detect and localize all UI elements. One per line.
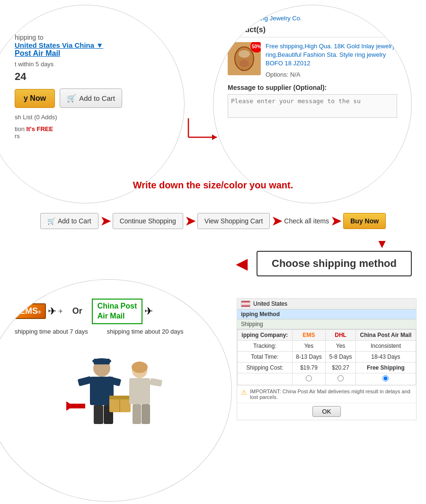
china-tracking: Inconsistent (355, 341, 416, 352)
ems-logo-text: EMS (19, 306, 38, 316)
dhl-radio[interactable] (337, 375, 344, 381)
check-items-label: Check all items (284, 217, 329, 225)
dhl-time: 5-8 Days (326, 352, 356, 363)
shipping-method-section-label: ipping Method (237, 309, 416, 319)
cost-label: Shipping Cost: (238, 363, 293, 373)
time-label: Total Time: (238, 352, 293, 363)
right-info-circle: ner: ZhuoYang Jewelry Co. Product(s) 50%… (213, 5, 412, 203)
tracking-row: Tracking: Yes Yes Inconsistent (238, 341, 416, 352)
add-to-cart-button[interactable]: 🛒 Add to Cart (60, 88, 122, 108)
china-post-col-header: China Post Air Mail (355, 330, 416, 341)
ok-button[interactable]: OK (312, 406, 341, 417)
ems-col-header: EMS (292, 330, 326, 341)
delivery-days-label: t within 5 days (15, 61, 170, 68)
plane-icon-2: ✈ (144, 305, 153, 318)
svg-rect-14 (94, 359, 110, 364)
connector-arrow (184, 114, 222, 142)
svg-rect-19 (129, 378, 150, 404)
continue-shopping-button[interactable]: Continue Shopping (113, 213, 183, 229)
write-down-text: Write down the size/color you want. (133, 180, 293, 190)
step-row: 🛒 Add to Cart ➤ Continue Shopping ➤ View… (0, 208, 426, 234)
bottom-info-circle: EMS® ✈ ✈ Or China Post Air Mail ✈ shippi… (0, 279, 232, 502)
write-down-section: Write down the size/color you want. (0, 180, 426, 191)
buy-now-button[interactable]: y Now (15, 89, 55, 108)
dhl-tracking: Yes (326, 341, 356, 352)
shipping-prefix: hipping to (15, 34, 44, 41)
left-info-circle: hipping to United States Via China ▼ Pos… (0, 5, 185, 203)
company-col-header: ipping Company: (238, 330, 293, 341)
cost-row: Shipping Cost: $19.79 $20.27 Free Shippi… (238, 363, 416, 373)
china-cost: Free Shipping (355, 363, 416, 373)
ems-shipping-time: shipping time about 7 days (15, 328, 88, 335)
cart-step-icon: 🛒 (47, 217, 55, 225)
years-label: rs (15, 133, 170, 140)
shipping-method-box: Choose shipping method (257, 251, 412, 276)
shipping-method-section: ◀ Choose shipping method (0, 251, 426, 276)
view-cart-button[interactable]: View Shopping Cart (197, 213, 270, 229)
radio-row (238, 373, 416, 385)
wish-list-label: sh List (0 Adds) (15, 114, 170, 121)
step-arrow-1: ➤ (100, 214, 111, 229)
important-note: ⚠ IMPORTANT: China Post Air Mail deliver… (237, 385, 416, 403)
svg-rect-21 (133, 404, 141, 424)
message-label: Message to supplier (Optional): (228, 84, 397, 91)
china-post-radio[interactable] (382, 375, 389, 381)
step-arrow-2: ➤ (185, 214, 195, 229)
ems-cost: $19.79 (292, 363, 326, 373)
china-time: 18-43 Days (355, 352, 416, 363)
or-label: Or (72, 306, 82, 316)
product-thumbnail: 50% (228, 42, 261, 75)
svg-point-2 (239, 50, 250, 58)
shipping-table: United States ipping Method Shipping ipp… (237, 298, 417, 420)
svg-rect-11 (94, 405, 103, 424)
ok-btn-row: OK (237, 403, 416, 420)
dropdown-icon: ▼ (96, 41, 103, 49)
ems-logo-reg: ® (38, 310, 41, 315)
vertical-arrow-section: ▼ (376, 237, 388, 251)
svg-point-3 (240, 60, 249, 67)
add-to-cart-step-button[interactable]: 🛒 Add to Cart (40, 213, 98, 229)
svg-rect-9 (78, 376, 92, 386)
shipping-to-label: hipping to United States Via China ▼ Pos… (15, 34, 170, 58)
delivery-illustration (64, 345, 168, 439)
dhl-cost: $20.27 (326, 363, 356, 373)
product-title[interactable]: Free shipping,High Qua. 18K Gold Inlay j… (266, 42, 397, 68)
shipping-country-link[interactable]: United States Via China ▼ (15, 41, 170, 49)
message-input[interactable] (228, 94, 397, 118)
ems-radio[interactable] (306, 375, 312, 381)
important-text: IMPORTANT: China Post Air Mail deliverie… (250, 389, 412, 400)
dhl-col-header: DHL (326, 330, 356, 341)
svg-marker-6 (212, 134, 217, 140)
ems-time: 8-13 Days (292, 352, 326, 363)
time-row: Total Time: 8-13 Days 5-8 Days 18-43 Day… (238, 352, 416, 363)
plane-icon-1: ✈ (48, 305, 56, 318)
ems-small-text: ✈ (58, 308, 63, 315)
step-arrow-4: ➤ (331, 214, 341, 229)
ems-tracking: Yes (292, 341, 326, 352)
buy-now-step-button[interactable]: Buy Now (343, 213, 386, 229)
svg-rect-25 (66, 404, 85, 408)
options-label: Options: N/A (266, 71, 397, 78)
shipping-sub-label: Shipping (237, 319, 416, 329)
china-post-shipping-time: shipping time about 20 days (107, 328, 184, 335)
down-arrow-icon: ▼ (376, 237, 388, 251)
shipping-method-arrow: ◀ (236, 256, 247, 272)
china-post-logo: China Post Air Mail (92, 299, 143, 324)
cart-icon: 🛒 (67, 94, 76, 103)
products-header: Product(s) (228, 26, 397, 37)
price-display: 24 (15, 71, 170, 83)
svg-point-23 (132, 362, 148, 373)
country-label: United States (253, 301, 287, 307)
warning-icon: ⚠ (241, 389, 247, 396)
seller-name-label: ner: ZhuoYang Jewelry Co. (228, 15, 397, 22)
protection-row: tion It's FREE (15, 125, 170, 133)
tracking-label: Tracking: (238, 341, 293, 352)
us-flag-icon (241, 301, 250, 307)
shipping-comparison-table: ipping Company: EMS DHL China Post Air M… (237, 329, 416, 385)
country-header: United States (237, 299, 416, 309)
post-air-mail-link[interactable]: Post Air Mail (15, 49, 170, 58)
step-arrow-3: ➤ (272, 214, 282, 229)
svg-rect-20 (150, 378, 162, 386)
delivery-people-svg (64, 354, 168, 439)
ems-logo: EMS® (15, 303, 46, 319)
